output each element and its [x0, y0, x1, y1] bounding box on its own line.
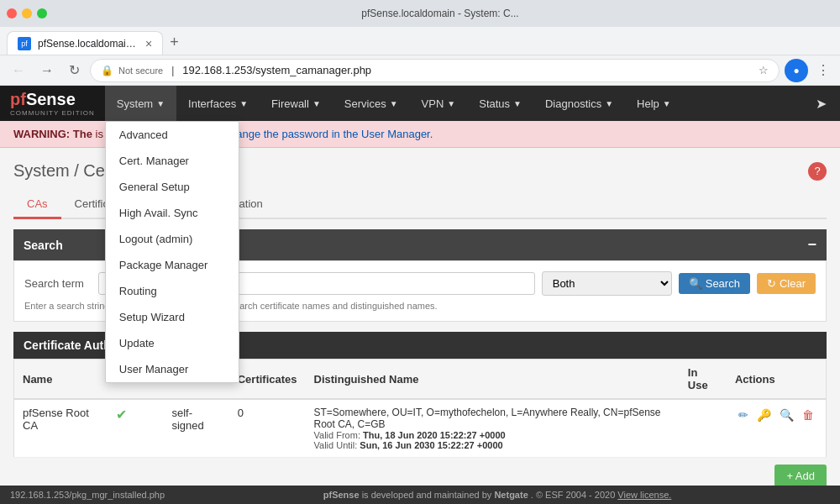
cell-issuer: self-signed: [163, 399, 228, 458]
actions-cell: ✏ 🔑 🔍 🗑: [735, 407, 817, 423]
nav-vpn[interactable]: VPN ▼: [410, 86, 468, 121]
clear-button[interactable]: ↻ Clear: [757, 273, 816, 294]
pfsense-app: pfSense COMMUNITY EDITION System ▼ Advan…: [0, 86, 840, 504]
nav-services-label: Services: [344, 97, 386, 110]
system-dropdown: Advanced Cert. Manager General Setup Hig…: [105, 121, 239, 383]
browser-tab[interactable]: pf pfSense.localdomain - System: C... ×: [7, 31, 163, 55]
nav-items: System ▼ Advanced Cert. Manager General …: [105, 86, 683, 121]
dropdown-update[interactable]: Update: [106, 330, 239, 356]
window-close-button[interactable]: [7, 8, 17, 18]
collapse-icon: −: [807, 236, 816, 254]
search-term-label: Search term: [24, 277, 92, 290]
tab-favicon: pf: [18, 37, 31, 50]
dropdown-setup-wizard[interactable]: Setup Wizard: [106, 304, 239, 330]
nav-help[interactable]: Help ▼: [625, 86, 683, 121]
breadcrumb-prefix: System /: [13, 161, 79, 180]
extensions-button[interactable]: ⋮: [813, 59, 833, 81]
nav-status[interactable]: Status ▼: [467, 86, 533, 121]
delete-button[interactable]: 🗑: [799, 407, 817, 423]
view-button[interactable]: 🔍: [776, 407, 797, 423]
clear-btn-label: Clear: [780, 277, 806, 290]
col-certificates: Certificates: [229, 360, 306, 400]
security-icon: 🔒: [101, 65, 113, 76]
security-label: Not secure: [118, 66, 163, 76]
search-icon: 🔍: [689, 277, 702, 290]
window-controls[interactable]: [7, 8, 47, 18]
status-bar: 192.168.1.253/pkg_mgr_installed.php pfSe…: [0, 486, 840, 504]
address-bar[interactable]: 🔒 Not secure | 192.168.1.253/system_cama…: [90, 59, 780, 82]
edit-button[interactable]: ✏: [735, 407, 752, 423]
bookmark-button[interactable]: ☆: [759, 64, 769, 76]
dropdown-advanced[interactable]: Advanced: [106, 122, 239, 148]
cell-in-use: [680, 399, 727, 458]
status-pfsense: pfSense: [323, 490, 360, 500]
browser-tab-bar: pf pfSense.localdomain - System: C... × …: [0, 27, 840, 55]
new-tab-button[interactable]: +: [166, 30, 182, 55]
tab-cas[interactable]: CAs: [13, 191, 61, 219]
refresh-button[interactable]: ↻: [64, 59, 85, 81]
nav-interfaces-caret: ▼: [239, 99, 248, 108]
search-select[interactable]: Both Name Distinguished Name: [542, 271, 672, 296]
nav-vpn-label: VPN: [422, 97, 444, 110]
nav-firewall[interactable]: Firewall ▼: [260, 86, 333, 121]
nav-services-caret: ▼: [390, 99, 398, 108]
dropdown-general-setup[interactable]: General Setup: [106, 174, 239, 200]
window-titlebar: pfSense.localdomain - System: C...: [0, 0, 840, 27]
search-title: Search: [24, 239, 63, 252]
dropdown-routing[interactable]: Routing: [106, 278, 239, 304]
col-dn: Distinguished Name: [306, 360, 680, 400]
nav-diagnostics-caret: ▼: [605, 99, 613, 108]
back-button[interactable]: ←: [7, 60, 30, 81]
nav-status-caret: ▼: [513, 99, 522, 108]
refresh-icon: ↻: [767, 277, 776, 290]
nav-status-label: Status: [479, 97, 510, 110]
profile-icon: ●: [793, 65, 799, 76]
col-actions: Actions: [727, 360, 827, 400]
dropdown-logout[interactable]: Logout (admin): [106, 226, 239, 252]
table-body: pfSense Root CA ✔ self-signed 0 ST=Somew…: [14, 399, 827, 458]
nav-vpn-caret: ▼: [447, 99, 455, 108]
nav-interfaces-label: Interfaces: [188, 97, 236, 110]
table-row: pfSense Root CA ✔ self-signed 0 ST=Somew…: [14, 399, 827, 458]
search-button[interactable]: 🔍 Search: [679, 273, 750, 294]
window-minimize-button[interactable]: [22, 8, 32, 18]
help-button[interactable]: ?: [808, 162, 827, 181]
status-copyright: . © ESF 2004 - 2020: [531, 490, 618, 500]
forward-button[interactable]: →: [35, 60, 59, 81]
search-btn-label: Search: [706, 277, 740, 290]
cell-internal: ✔: [108, 399, 164, 458]
warning-bold-text: WARNING: The: [13, 128, 92, 140]
nav-firewall-label: Firewall: [271, 97, 309, 110]
dropdown-high-avail[interactable]: High Avail. Sync: [106, 200, 239, 226]
tab-close-button[interactable]: ×: [145, 37, 152, 50]
nav-system[interactable]: System ▼ Advanced Cert. Manager General …: [105, 86, 176, 121]
nav-services[interactable]: Services ▼: [333, 86, 410, 121]
brand-subtitle: COMMUNITY EDITION: [10, 109, 95, 117]
nav-firewall-caret: ▼: [312, 99, 321, 108]
browser-toolbar: ← → ↻ 🔒 Not secure | 192.168.1.253/syste…: [0, 55, 840, 86]
status-license-link[interactable]: View license.: [617, 490, 671, 500]
dropdown-package-manager[interactable]: Package Manager: [106, 252, 239, 278]
status-netgate: Netgate: [494, 490, 528, 500]
url-text: 192.168.1.253/system_camanager.php: [182, 64, 753, 76]
dropdown-cert-manager[interactable]: Cert. Manager: [106, 148, 239, 174]
tab-title: pfSense.localdomain - System: C...: [38, 38, 139, 50]
nav-diagnostics[interactable]: Diagnostics ▼: [533, 86, 625, 121]
add-button[interactable]: + Add: [774, 465, 827, 487]
warning-link[interactable]: Change the password in the User Manager.: [223, 128, 433, 140]
cell-name: pfSense Root CA: [14, 399, 108, 458]
nav-icon-button[interactable]: ➤: [809, 92, 833, 115]
brand-sense: Sense: [26, 90, 76, 108]
cell-actions: ✏ 🔑 🔍 🗑: [727, 399, 827, 458]
nav-help-caret: ▼: [663, 99, 671, 108]
export-key-button[interactable]: 🔑: [753, 407, 774, 423]
col-name: Name: [14, 360, 108, 400]
nav-diagnostics-label: Diagnostics: [545, 97, 601, 110]
window-maximize-button[interactable]: [37, 8, 47, 18]
status-center: pfSense is developed and maintained by N…: [165, 490, 830, 500]
status-suffix: is developed and maintained by: [362, 490, 495, 500]
dropdown-user-manager[interactable]: User Manager: [106, 356, 239, 382]
nav-interfaces[interactable]: Interfaces ▼: [176, 86, 260, 121]
nav-system-label: System: [117, 97, 153, 110]
profile-button[interactable]: ●: [785, 59, 808, 82]
